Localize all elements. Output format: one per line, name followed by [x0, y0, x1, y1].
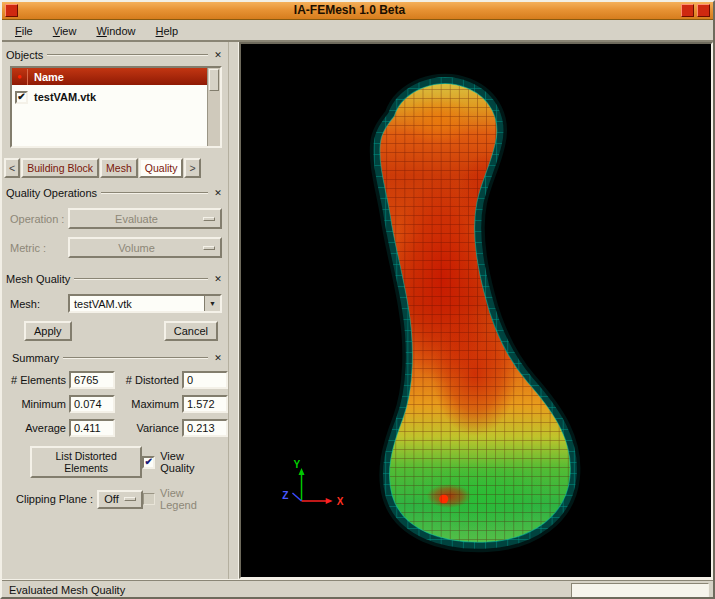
object-visibility-checkbox[interactable]: ✔: [15, 91, 28, 104]
view-legend-checkbox[interactable]: View Legend: [143, 487, 214, 511]
status-input-field[interactable]: [571, 583, 709, 598]
main-area: Objects ✕ ● Name ✔ testVAM.vtk: [2, 42, 713, 579]
objects-list-body: ● Name ✔ testVAM.vtk: [12, 68, 207, 146]
window-menu-button[interactable]: [5, 4, 18, 17]
separator-line: [74, 278, 208, 280]
combo-dropdown-button[interactable]: ▼: [204, 296, 220, 311]
metric-dropdown[interactable]: Volume: [68, 237, 222, 258]
window-title: IA-FEMesh 1.0 Beta: [21, 2, 678, 19]
menu-help[interactable]: Help: [147, 22, 188, 40]
maximize-button[interactable]: [681, 4, 694, 17]
objects-list: ● Name ✔ testVAM.vtk: [10, 66, 222, 148]
viewport-3d[interactable]: Y X Z: [239, 42, 713, 579]
summary-title: Summary: [12, 352, 59, 364]
list-distorted-button[interactable]: List Distorted Elements: [30, 446, 142, 478]
objects-close-icon[interactable]: ✕: [212, 49, 224, 61]
apply-button[interactable]: Apply: [24, 321, 72, 341]
chevron-down-icon: ▼: [209, 300, 216, 307]
tab-scroll-right[interactable]: >: [184, 158, 200, 178]
app-window: IA-FEMesh 1.0 Beta File View Window Help…: [0, 0, 715, 599]
mesh-quality-close-icon[interactable]: ✕: [212, 273, 224, 285]
check-icon: ✔: [145, 457, 153, 467]
quality-operations-header: Quality Operations ✕: [6, 186, 224, 200]
elements-field[interactable]: 6765: [69, 371, 115, 389]
metric-value: Volume: [70, 242, 203, 254]
operation-dropdown[interactable]: Evaluate: [68, 208, 222, 229]
menu-file[interactable]: File: [6, 22, 42, 40]
left-panel: Objects ✕ ● Name ✔ testVAM.vtk: [2, 42, 228, 579]
statusbar: Evaluated Mesh Quality: [2, 579, 713, 599]
object-name[interactable]: testVAM.vtk: [34, 91, 96, 103]
average-field[interactable]: 0.411: [69, 419, 115, 437]
variance-field[interactable]: 0.213: [182, 419, 228, 437]
cancel-button[interactable]: Cancel: [164, 321, 218, 341]
tab-scroll-left[interactable]: <: [4, 158, 20, 178]
objects-section-header: Objects ✕: [6, 48, 224, 62]
objects-list-header[interactable]: ● Name: [12, 68, 207, 85]
titlebar[interactable]: IA-FEMesh 1.0 Beta: [2, 2, 713, 20]
operation-label: Operation :: [10, 213, 68, 225]
separator-line: [47, 54, 208, 56]
scrollbar-thumb[interactable]: [209, 69, 219, 91]
quality-operations-title: Quality Operations: [6, 187, 97, 199]
tab-quality[interactable]: Quality: [139, 158, 184, 178]
menu-view[interactable]: View: [44, 22, 86, 40]
clipping-plane-label: Clipping Plane :: [16, 493, 93, 505]
axis-z-label: Z: [282, 490, 288, 501]
minimum-field[interactable]: 0.074: [69, 395, 115, 413]
mesh-combobox-value: testVAM.vtk: [70, 298, 204, 310]
minimum-label: Minimum: [6, 398, 66, 410]
summary-header: Summary ✕: [12, 351, 224, 365]
distorted-label: # Distorted: [121, 374, 179, 386]
axis-triad-icon: Y X Z: [282, 459, 343, 507]
average-label: Average: [6, 422, 66, 434]
mesh-quality-header: Mesh Quality ✕: [6, 272, 224, 286]
option-menu-indicator: [203, 217, 215, 221]
status-message: Evaluated Mesh Quality: [6, 584, 565, 596]
name-column-header[interactable]: Name: [28, 71, 64, 83]
clipping-plane-value: Off: [99, 493, 124, 505]
menubar: File View Window Help: [2, 20, 713, 42]
maximum-field[interactable]: 1.572: [182, 395, 228, 413]
tab-building-block[interactable]: Building Block: [21, 158, 99, 178]
bone-mesh-render: Y X Z: [241, 44, 711, 577]
metric-label: Metric :: [10, 242, 68, 254]
option-menu-indicator: [203, 246, 215, 250]
variance-label: Variance: [121, 422, 179, 434]
objects-scrollbar[interactable]: [207, 68, 220, 146]
visibility-dot-icon: ●: [12, 69, 28, 85]
view-quality-checkbox[interactable]: ✔ View Quality: [142, 450, 214, 474]
axis-x-label: X: [337, 496, 344, 507]
view-quality-label: View Quality: [160, 450, 214, 474]
quality-operations-close-icon[interactable]: ✕: [212, 187, 224, 199]
axis-y-label: Y: [293, 459, 300, 470]
separator-line: [63, 357, 208, 359]
panel-tabbar: < Building Block Mesh Quality >: [4, 158, 228, 178]
mesh-combobox[interactable]: testVAM.vtk ▼: [68, 294, 222, 313]
close-button[interactable]: [697, 4, 710, 17]
elements-label: # Elements: [6, 374, 66, 386]
view-legend-box[interactable]: [143, 493, 155, 505]
clipping-plane-dropdown[interactable]: Off: [97, 490, 143, 509]
view-quality-box[interactable]: ✔: [142, 456, 155, 469]
check-icon: ✔: [17, 92, 25, 102]
mesh-label: Mesh:: [10, 298, 68, 310]
view-legend-label: View Legend: [160, 487, 214, 511]
mesh-quality-title: Mesh Quality: [6, 273, 70, 285]
pane-divider[interactable]: [228, 42, 239, 579]
distorted-field[interactable]: 0: [182, 371, 228, 389]
separator-line: [101, 192, 208, 194]
tab-mesh[interactable]: Mesh: [100, 158, 138, 178]
menu-window[interactable]: Window: [87, 22, 144, 40]
option-menu-indicator: [124, 497, 136, 501]
objects-title: Objects: [6, 49, 43, 61]
summary-close-icon[interactable]: ✕: [212, 352, 224, 364]
object-row[interactable]: ✔ testVAM.vtk: [12, 87, 207, 107]
operation-value: Evaluate: [70, 213, 203, 225]
maximum-label: Maximum: [121, 398, 179, 410]
